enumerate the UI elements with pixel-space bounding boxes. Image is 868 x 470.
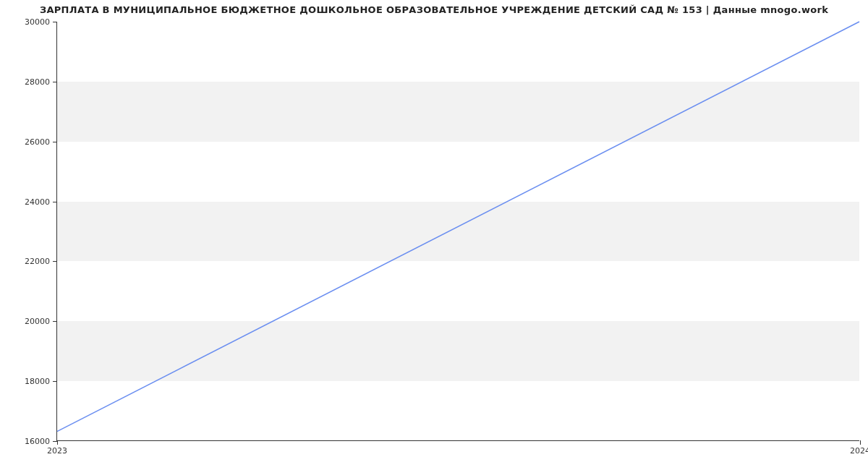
y-tick xyxy=(53,202,57,202)
y-tick-label: 28000 xyxy=(25,77,50,86)
y-tick-label: 22000 xyxy=(25,257,50,266)
y-tick xyxy=(53,261,57,262)
x-tick-label: 2023 xyxy=(47,446,67,456)
line-layer xyxy=(57,22,859,440)
y-tick-label: 24000 xyxy=(25,197,50,206)
y-tick xyxy=(53,381,57,382)
y-tick-label: 20000 xyxy=(25,317,50,326)
x-tick-label: 2024 xyxy=(850,446,868,456)
x-tick xyxy=(57,440,58,445)
series-line xyxy=(57,22,859,432)
y-tick-label: 30000 xyxy=(25,17,50,27)
y-tick xyxy=(53,142,57,142)
y-tick-label: 16000 xyxy=(25,437,50,446)
plot-area: 1600018000200002200024000260002800030000… xyxy=(56,22,859,441)
y-tick xyxy=(53,22,57,22)
x-tick xyxy=(860,440,861,445)
y-tick-label: 18000 xyxy=(25,377,50,386)
y-tick xyxy=(53,82,57,82)
chart-title: ЗАРПЛАТА В МУНИЦИПАЛЬНОЕ БЮДЖЕТНОЕ ДОШКО… xyxy=(0,4,868,15)
y-tick-label: 26000 xyxy=(25,137,50,146)
chart-container: ЗАРПЛАТА В МУНИЦИПАЛЬНОЕ БЮДЖЕТНОЕ ДОШКО… xyxy=(0,0,868,470)
y-tick xyxy=(53,321,57,322)
